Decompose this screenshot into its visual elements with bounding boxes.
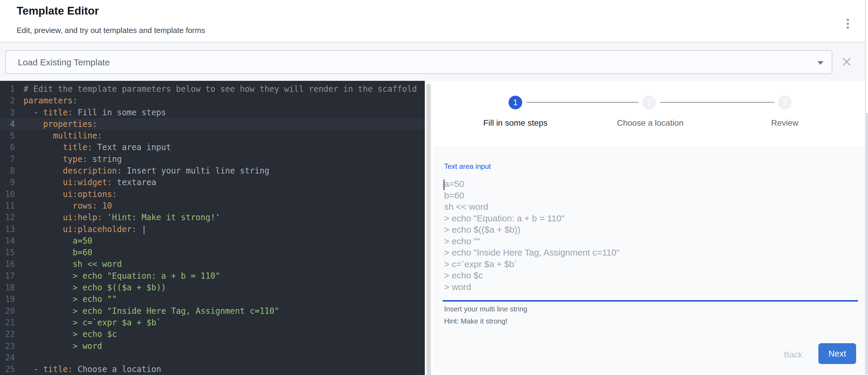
line-number: 20 [0, 305, 15, 317]
code-text: # Edit the template parameters below to … [15, 83, 417, 95]
line-number: 25 [0, 364, 15, 375]
textarea-field-label: Text area input [444, 162, 491, 170]
line-number: 1 [0, 83, 15, 95]
code-line[interactable]: 17 > echo "Equation: a + b = 110" [0, 270, 425, 282]
line-number: 11 [0, 200, 15, 212]
line-number: 9 [0, 177, 15, 188]
code-line[interactable]: 7 type: string [0, 153, 425, 165]
code-text: > echo $c [15, 329, 117, 340]
line-number: 10 [0, 188, 15, 200]
code-text: type: string [15, 153, 122, 165]
code-text: > c=`expr $a + $b` [15, 317, 161, 329]
code-line[interactable]: 14 a=50 [0, 235, 425, 247]
form-card: Text area input a=50 b=60 sh << word > e… [433, 146, 865, 372]
code-line[interactable]: 1# Edit the template parameters below to… [0, 83, 425, 95]
code-line[interactable]: 16 sh << word [0, 258, 425, 270]
editor-scrollbar[interactable] [427, 84, 431, 375]
line-number: 15 [0, 247, 15, 258]
code-line[interactable]: 8 description: Insert your multi line st… [0, 165, 425, 177]
code-text: parameters: [15, 95, 78, 106]
multiline-textarea[interactable]: a=50 b=60 sh << word > echo "Equation: a… [443, 177, 859, 296]
code-line[interactable]: 13 ui:placeholder: | [0, 223, 425, 235]
line-number: 23 [0, 340, 15, 352]
stepper-step-1-circle[interactable]: 1 [508, 96, 522, 110]
stepper-step-2-label: Choose a location [591, 118, 710, 128]
stepper-step-3-circle[interactable]: 3 [778, 96, 792, 110]
line-number: 5 [0, 130, 15, 142]
page-subtitle: Edit, preview, and try out templates and… [17, 26, 205, 35]
code-text: - title: Fill in some steps [15, 107, 166, 118]
code-line[interactable]: 12 ui:help: 'Hint: Make it strong!' [0, 212, 425, 223]
clear-selection-button[interactable] [841, 56, 852, 68]
page-title: Template Editor [17, 5, 99, 17]
code-text: ui:options: [15, 188, 117, 200]
page-scrollbar-thumb[interactable] [866, 113, 868, 374]
line-number: 12 [0, 212, 15, 223]
page-scrollbar[interactable] [865, 0, 868, 375]
code-text: ui:widget: textarea [15, 177, 156, 188]
line-number: 13 [0, 223, 15, 235]
chevron-down-icon [817, 61, 824, 65]
next-button[interactable]: Next [818, 343, 856, 364]
code-text: ui:placeholder: | [15, 223, 147, 235]
code-line[interactable]: 10 ui:options: [0, 188, 425, 200]
yaml-code-editor[interactable]: 1# Edit the template parameters below to… [0, 81, 425, 375]
code-line[interactable]: 15 b=60 [0, 247, 425, 258]
field-description: Insert your multi line string [444, 305, 527, 313]
line-number: 4 [0, 118, 15, 130]
load-existing-template-select[interactable]: Load Existing Template [5, 50, 832, 74]
line-number: 3 [0, 107, 15, 118]
line-number: 21 [0, 317, 15, 329]
code-line[interactable]: 18 > echo $(($a + $b)) [0, 282, 425, 293]
textarea-placeholder: a=50 b=60 sh << word > echo "Equation: a… [444, 178, 620, 293]
code-lines: 1# Edit the template parameters below to… [0, 83, 425, 375]
code-text: > echo "Inside Here Tag, Assignment c=11… [15, 305, 279, 317]
line-number: 16 [0, 258, 15, 270]
stepper-step-1-label: Fill in some steps [456, 118, 575, 128]
textarea-focus-underline [443, 300, 858, 302]
code-line[interactable]: 22 > echo $c [0, 329, 425, 340]
stepper-step-2-circle[interactable]: 2 [642, 96, 656, 110]
code-text [15, 352, 24, 364]
back-button[interactable]: Back [775, 348, 811, 361]
code-line[interactable]: 23 > word [0, 340, 425, 352]
stepper-step-3-label: Review [725, 118, 844, 128]
code-text: multiline: [15, 130, 102, 142]
code-line[interactable]: 3 - title: Fill in some steps [0, 107, 425, 118]
line-number: 14 [0, 235, 15, 247]
field-help-text: Hint: Make it strong! [444, 317, 507, 325]
code-text: > echo $(($a + $b)) [15, 282, 166, 293]
code-text: - title: Choose a location [15, 364, 161, 375]
load-existing-template-label: Load Existing Template [18, 51, 110, 74]
code-line[interactable]: 9 ui:widget: textarea [0, 177, 425, 188]
code-text: > echo "Equation: a + b = 110" [15, 270, 220, 282]
code-line[interactable]: 20 > echo "Inside Here Tag, Assignment c… [0, 305, 425, 317]
code-line[interactable]: 21 > c=`expr $a + $b` [0, 317, 425, 329]
line-number: 19 [0, 293, 15, 305]
code-text: > word [15, 340, 102, 352]
kebab-menu-icon [847, 23, 849, 25]
page-header: Template Editor Edit, preview, and try o… [0, 0, 868, 42]
stepper-connector [660, 102, 774, 103]
kebab-menu-button[interactable] [842, 14, 854, 33]
line-number: 7 [0, 153, 15, 165]
code-line[interactable]: 2parameters: [0, 95, 425, 106]
template-editor-page: Template Editor Edit, preview, and try o… [0, 0, 868, 375]
code-line[interactable]: 6 title: Text area input [0, 142, 425, 153]
code-line[interactable]: 4 properties: [0, 118, 425, 130]
kebab-menu-icon [847, 19, 849, 21]
kebab-menu-icon [847, 26, 849, 29]
code-text: a=50 [15, 235, 92, 247]
code-line[interactable]: 25 - title: Choose a location [0, 364, 425, 375]
code-line[interactable]: 11 rows: 10 [0, 200, 425, 212]
line-number: 18 [0, 282, 15, 293]
code-text: rows: 10 [15, 200, 112, 212]
code-text: ui:help: 'Hint: Make it strong!' [15, 212, 220, 223]
code-line[interactable]: 19 > echo "" [0, 293, 425, 305]
code-text: description: Insert your multi line stri… [15, 165, 270, 177]
code-line[interactable]: 24 [0, 352, 425, 364]
line-number: 22 [0, 329, 15, 340]
line-number: 17 [0, 270, 15, 282]
close-icon [841, 57, 852, 67]
code-line[interactable]: 5 multiline: [0, 130, 425, 142]
